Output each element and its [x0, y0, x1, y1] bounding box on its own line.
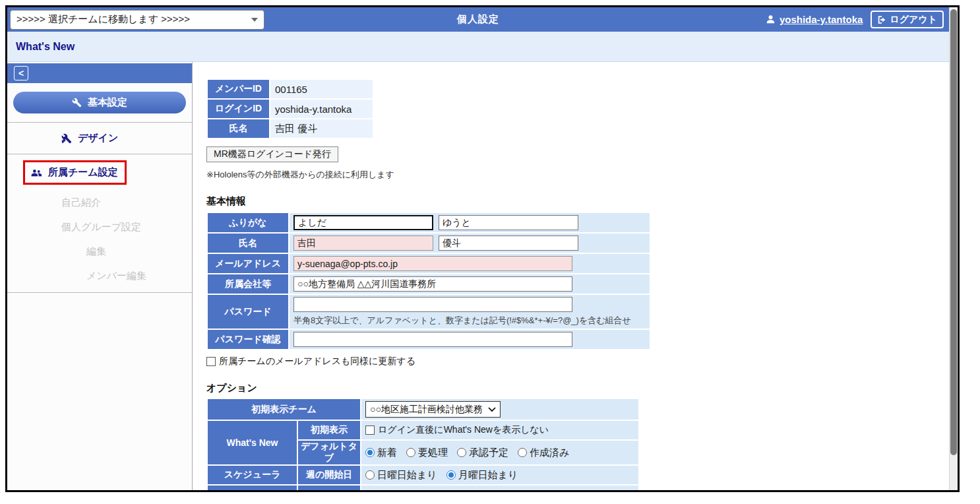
table-row-clipped — [208, 486, 638, 490]
radio-option-monday-start[interactable]: 月曜日始まり — [446, 469, 518, 482]
main-content: メンバーID 001165 ログインID yoshida-y.tantoka 氏… — [193, 62, 949, 490]
chevron-down-icon — [488, 407, 496, 412]
page: >>>>> 選択チームに移動します >>>>> 個人設定 yoshida-y.t… — [7, 7, 949, 490]
email-field[interactable] — [293, 256, 572, 271]
company-field[interactable] — [293, 276, 572, 292]
email-label: メールアドレス — [208, 254, 288, 273]
options-heading: オプション — [206, 382, 949, 394]
table-row: メールアドレス — [208, 254, 650, 273]
sidebar-item-label: 編集 — [86, 245, 106, 258]
radio-icon — [446, 470, 456, 480]
user-link[interactable]: yoshida-y.tantoka — [765, 14, 863, 25]
radio-option-needs-action[interactable]: 要処理 — [406, 447, 448, 459]
default-tab-radio-group: 新着 要処理 承認予定 作成済み — [365, 447, 634, 459]
radio-option-created[interactable]: 作成済み — [518, 447, 569, 459]
logout-button[interactable]: ログアウト — [871, 11, 944, 28]
table-row: メンバーID 001165 — [208, 80, 373, 98]
name-label: 氏名 — [208, 119, 269, 138]
update-team-email-checkbox[interactable] — [206, 357, 216, 366]
sidebar-item-team-settings[interactable]: 所属チーム設定 — [23, 160, 127, 185]
sidebar-item-member-edit: メンバー編集 — [7, 264, 192, 288]
radio-icon — [365, 448, 375, 457]
radio-icon — [365, 470, 375, 480]
table-row: ふりがな — [208, 213, 650, 232]
sidebar-item-basic-settings[interactable]: 基本設定 — [13, 92, 186, 113]
radio-icon — [457, 448, 466, 457]
table-row: パスワード確認 — [208, 330, 650, 349]
furigana-label: ふりがな — [208, 213, 288, 232]
radio-label: 日曜日始まり — [377, 469, 437, 482]
radio-label: 要処理 — [418, 447, 448, 459]
radio-option-sunday-start[interactable]: 日曜日始まり — [365, 469, 437, 482]
login-id-value: yoshida-y.tantoka — [270, 100, 373, 118]
mr-login-code-button[interactable]: MR機器ログインコード発行 — [206, 146, 338, 162]
radio-icon — [518, 448, 527, 457]
hide-whatsnew-label: ログイン直後にWhat's Newを表示しない — [378, 424, 549, 436]
logout-icon — [877, 15, 886, 24]
app-window: >>>>> 選択チームに移動します >>>>> 個人設定 yoshida-y.t… — [5, 5, 960, 492]
update-team-email-row: 所属チームのメールアドレスも同様に更新する — [206, 356, 949, 367]
company-label: 所属会社等 — [208, 274, 288, 294]
radio-option-pending-approval[interactable]: 承認予定 — [457, 447, 508, 459]
sidebar-header: < — [7, 63, 192, 83]
whatsnew-group-label: What's New — [208, 421, 297, 464]
mr-note: ※Hololens等の外部機器からの接続に利用します — [206, 169, 949, 181]
hide-whatsnew-checkbox[interactable] — [365, 425, 375, 435]
sidebar-item-personal-group-settings: 個人グループ設定 — [7, 215, 192, 239]
vertical-scrollbar[interactable] — [949, 7, 958, 490]
furigana-last-input[interactable] — [293, 215, 433, 230]
table-row: What's New 初期表示 ログイン直後にWhat's Newを表示しない — [208, 421, 638, 439]
user-icon — [765, 14, 776, 25]
sidebar-item-label: メンバー編集 — [86, 270, 146, 282]
radio-label: 新着 — [377, 447, 397, 459]
radio-label: 月曜日始まり — [458, 469, 518, 482]
member-id-value: 001165 — [270, 80, 373, 98]
sidebar-item-label: 所属チーム設定 — [48, 166, 118, 179]
top-bar-right: yoshida-y.tantoka ログアウト — [765, 11, 949, 28]
radio-option-new[interactable]: 新着 — [365, 447, 397, 459]
table-row: ログインID yoshida-y.tantoka — [208, 100, 373, 118]
week-start-radio-group: 日曜日始まり 月曜日始まり — [365, 469, 634, 482]
password-hint: 半角8文字以上で、アルファベットと、数字または記号(!#$%&*+-¥/=?@_… — [293, 315, 646, 327]
profile-table: メンバーID 001165 ログインID yoshida-y.tantoka 氏… — [206, 79, 374, 139]
week-start-label: 週の開始日 — [298, 466, 360, 484]
default-tab-label: デフォルトタブ — [298, 441, 360, 464]
table-row: パスワード 半角8文字以上で、アルファベットと、数字または記号(!#$%&*+-… — [208, 295, 650, 329]
table-row: スケジューラ 週の開始日 日曜日始まり 月曜日始まり — [208, 466, 638, 484]
initial-team-select[interactable]: ○○地区施工計画検討他業務 — [365, 401, 501, 418]
chevron-down-icon — [251, 18, 258, 22]
sidebar-divider — [7, 292, 192, 293]
name-value: 吉田 優斗 — [270, 119, 373, 138]
sidebar-item-label: 自己紹介 — [61, 197, 101, 209]
member-id-label: メンバーID — [208, 80, 269, 98]
team-select-dropdown[interactable]: >>>>> 選択チームに移動します >>>>> — [10, 10, 264, 30]
furigana-first-input[interactable] — [439, 215, 578, 230]
initial-team-label: 初期表示チーム — [208, 399, 360, 420]
password-field[interactable] — [293, 297, 572, 312]
password-label: パスワード — [208, 295, 288, 329]
sidebar-divider — [7, 154, 192, 154]
sidebar-item-edit: 編集 — [7, 239, 192, 264]
lastname-input[interactable] — [293, 236, 433, 251]
table-row: 氏名 — [208, 234, 650, 253]
password-confirm-field[interactable] — [293, 332, 572, 347]
top-bar: >>>>> 選択チームに移動します >>>>> 個人設定 yoshida-y.t… — [7, 7, 949, 32]
scrollbar-thumb[interactable] — [950, 9, 957, 455]
sidebar-item-self-introduction: 自己紹介 — [7, 191, 192, 215]
fullname-label: 氏名 — [208, 234, 288, 253]
login-id-label: ログインID — [208, 100, 269, 118]
band-title: What's New — [16, 41, 75, 53]
radio-label: 承認予定 — [469, 447, 508, 459]
firstname-input[interactable] — [439, 236, 578, 251]
page-title: 個人設定 — [457, 13, 499, 26]
section-band: What's New — [7, 32, 949, 62]
table-row: 所属会社等 — [208, 274, 650, 294]
user-name: yoshida-y.tantoka — [780, 14, 863, 25]
sidebar-item-design[interactable]: デザイン — [7, 123, 192, 154]
sidebar-collapse-button[interactable]: < — [14, 66, 28, 80]
options-table: 初期表示チーム ○○地区施工計画検討他業務 What's New 初期表示 — [206, 398, 640, 490]
update-team-email-label: 所属チームのメールアドレスも同様に更新する — [219, 356, 415, 367]
wrench-icon — [72, 98, 82, 108]
password-confirm-label: パスワード確認 — [208, 330, 288, 349]
sidebar: < 基本設定 デザイン — [7, 62, 193, 490]
